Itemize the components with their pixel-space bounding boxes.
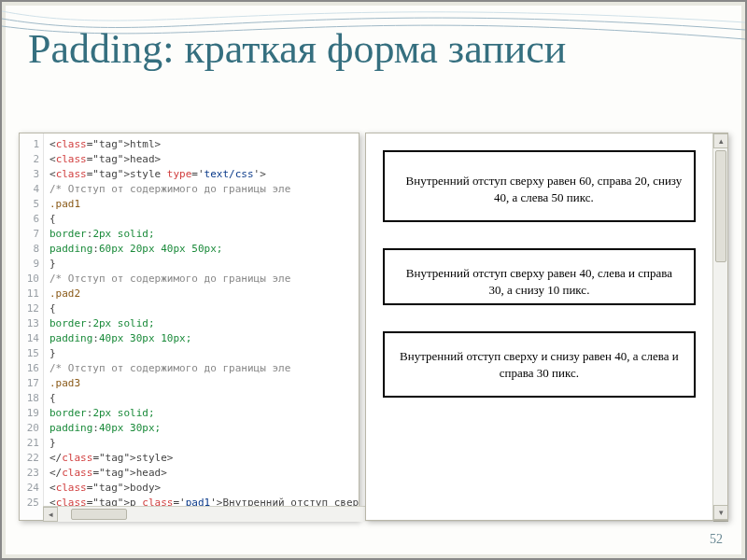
- code-area: <class="tag">html><class="tag">head><cla…: [44, 133, 359, 520]
- preview-box-2: Внутренний отступ сверху равен 40, слева…: [383, 248, 696, 305]
- page-number: 52: [710, 532, 723, 547]
- code-panel: 1234567891011121314151617181920212223242…: [19, 133, 359, 521]
- line-number-gutter: 1234567891011121314151617181920212223242…: [20, 133, 44, 520]
- scroll-track[interactable]: [58, 507, 359, 522]
- scroll-down-button[interactable]: ▾: [713, 505, 728, 520]
- code-h-scrollbar[interactable]: ◂ ▸: [43, 506, 359, 521]
- scroll-thumb[interactable]: [71, 509, 127, 520]
- preview-v-scrollbar[interactable]: ▴ ▾: [712, 133, 727, 520]
- preview-box-3: Внутренний отступ сверху и снизу равен 4…: [383, 331, 696, 398]
- slide-title: Padding: краткая форма записи: [2, 2, 745, 71]
- scroll-left-button[interactable]: ◂: [43, 507, 58, 522]
- preview-panel: Внутренний отступ сверху равен 60, справ…: [365, 133, 728, 521]
- scroll-track[interactable]: [713, 148, 727, 505]
- scroll-up-button[interactable]: ▴: [713, 133, 728, 148]
- preview-box-1: Внутренний отступ сверху равен 60, справ…: [383, 150, 696, 222]
- scroll-thumb[interactable]: [715, 150, 726, 262]
